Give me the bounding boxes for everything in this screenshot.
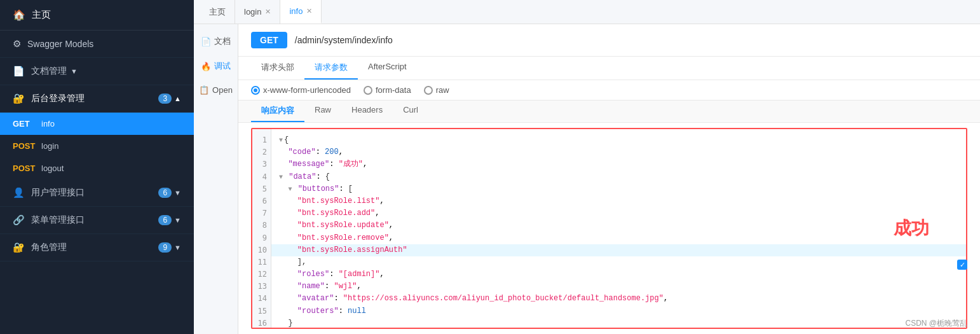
tab-info[interactable]: info ✕ [280, 0, 322, 24]
checkbox[interactable]: ✓ [957, 260, 967, 270]
sub-tab-headers[interactable]: 请求头部 [251, 57, 304, 80]
sidebar-item-swagger-models[interactable]: ⚙ Swagger Models [0, 31, 194, 58]
sidebar-item-label: 后台登录管理 [31, 93, 85, 104]
sidebar-item-label: Swagger Models [27, 39, 93, 49]
tab-home[interactable]: 主页 [200, 0, 235, 24]
inner-sidebar-docs[interactable]: 📄 文档 [194, 31, 238, 52]
method-label-post-login: POST [13, 141, 41, 151]
tab-home-label: 主页 [209, 6, 226, 18]
code-line-9: "bnt.sysRole.remove", [279, 232, 958, 244]
inner-sidebar-open-label: Open [212, 85, 233, 95]
chevron-down-icon: ▼ [71, 67, 78, 75]
footer-credit: CSDN @栀晚莺乱 [905, 318, 967, 329]
chevron-down-icon: ▼ [174, 216, 181, 224]
sidebar-header-label: 主页 [32, 9, 51, 21]
inner-sidebar: 📄 文档 🔥 调试 📋 Open [194, 24, 238, 334]
tab-login-label: login [244, 7, 261, 17]
debug-icon: 🔥 [201, 62, 211, 71]
tabs-bar: 主页 login ✕ info ✕ [194, 0, 980, 24]
path-label-info: info [41, 119, 55, 129]
menu-icon: 🔗 [13, 214, 25, 226]
radio-formdata-circle [364, 86, 372, 95]
response-tab-raw[interactable]: Raw [304, 101, 341, 122]
inner-sidebar-docs-label: 文档 [214, 36, 231, 47]
code-line-8: "bnt.sysRole.update", [279, 219, 958, 232]
sidebar-item-role-mgmt[interactable]: 🔐 角色管理 9 ▼ [0, 234, 194, 261]
open-icon: 📋 [199, 85, 209, 95]
radio-urlencoded-label: x-www-form-urlencoded [263, 85, 351, 95]
response-tab-content[interactable]: 响应内容 [251, 101, 304, 122]
sidebar-api-post-logout[interactable]: POST logout [0, 157, 194, 179]
code-line-5: ▼ "buttons": [ [279, 183, 958, 195]
request-url: /admin/system/index/info [295, 35, 393, 45]
sidebar-item-doc-mgmt[interactable]: 📄 文档管理 ▼ [0, 58, 194, 85]
sidebar-api-post-login[interactable]: POST login [0, 135, 194, 157]
tab-info-label: info [289, 6, 303, 16]
code-line-13: "name": "wjl", [279, 281, 958, 293]
radio-urlencoded-circle [251, 86, 260, 95]
docs-icon: 📄 [201, 37, 211, 46]
chevron-down-icon: ▼ [174, 244, 181, 251]
sidebar-item-label: 用户管理接口 [31, 187, 85, 198]
sub-tab-params[interactable]: 请求参数 [304, 57, 358, 80]
chevron-up-icon: ▲ [174, 95, 181, 102]
code-line-11: ], [279, 256, 958, 268]
radio-formdata[interactable]: form-data [364, 85, 411, 95]
sidebar-item-menu-mgmt[interactable]: 🔗 菜单管理接口 6 ▼ [0, 207, 194, 234]
sidebar-api-get-info[interactable]: GET info [0, 113, 194, 135]
code-line-4: ▼ "data": { [279, 171, 958, 183]
inner-sidebar-debug[interactable]: 🔥 调试 [194, 55, 238, 77]
sub-tab-afterscript[interactable]: AfterScript [358, 57, 417, 80]
gear-icon: ⚙ [13, 38, 21, 50]
code-line-10: "bnt.sysRole.assignAuth" [271, 244, 966, 256]
method-badge: GET [251, 32, 287, 48]
home-icon: 🏠 [13, 9, 25, 21]
badge-role-mgmt: 9 [158, 242, 172, 253]
sidebar-item-backend-login[interactable]: 🔐 后台登录管理 3 ▲ [0, 85, 194, 113]
response-tabs: 响应内容 Raw Headers Curl [238, 101, 980, 123]
checkbox-area[interactable]: ✓ [957, 260, 967, 270]
radio-raw-circle [424, 86, 433, 95]
sidebar-item-label: 文档管理 [31, 66, 67, 77]
code-area: 12345 678910 1112131415 1617 ▼{ "code": … [251, 128, 967, 329]
code-line-16: } [279, 317, 958, 328]
badge-backend-login: 3 [158, 94, 172, 104]
radio-formdata-label: form-data [376, 85, 411, 95]
path-label-logout: logout [41, 164, 64, 173]
response-tab-curl[interactable]: Curl [393, 101, 428, 122]
code-line-6: "bnt.sysRole.list", [279, 195, 958, 207]
sidebar-item-user-mgmt[interactable]: 👤 用户管理接口 6 ▼ [0, 179, 194, 207]
inner-sidebar-debug-label: 调试 [214, 60, 231, 72]
tab-login[interactable]: login ✕ [235, 0, 280, 24]
main-area: 主页 login ✕ info ✕ 📄 文档 🔥 调试 📋 Open [194, 0, 980, 334]
sidebar-item-label: 菜单管理接口 [31, 214, 85, 226]
path-label-login: login [41, 141, 58, 151]
code-line-3: "message": "成功", [279, 158, 958, 170]
success-text: 成功 [894, 216, 929, 240]
response-tab-headers[interactable]: Headers [341, 101, 393, 122]
method-label-post-logout: POST [13, 164, 41, 173]
code-line-15: "routers": null [279, 305, 958, 317]
line-numbers: 12345 678910 1112131415 1617 [252, 129, 271, 328]
radio-raw[interactable]: raw [424, 85, 449, 95]
tab-login-close[interactable]: ✕ [265, 8, 271, 16]
radio-group: x-www-form-urlencoded form-data raw [238, 80, 980, 101]
badge-menu-mgmt: 6 [158, 215, 172, 225]
sidebar-header[interactable]: 🏠 主页 [0, 0, 194, 31]
code-line-12: "roles": "[admin]", [279, 268, 958, 281]
code-line-7: "bnt.sysRole.add", [279, 207, 958, 219]
code-line-14: "avatar": "https://oss.aliyuncs.com/aliy… [279, 293, 958, 305]
lock-icon: 🔐 [13, 93, 25, 104]
content-area: GET /admin/system/index/info 请求头部 请求参数 A… [238, 24, 980, 334]
inner-layout: 📄 文档 🔥 调试 📋 Open GET /admin/system/index… [194, 24, 980, 334]
doc-icon: 📄 [13, 66, 25, 77]
sidebar: 🏠 主页 ⚙ Swagger Models 📄 文档管理 ▼ 🔐 后台登录管理 … [0, 0, 194, 334]
inner-sidebar-open[interactable]: 📋 Open [194, 80, 238, 100]
method-label-get: GET [13, 119, 41, 129]
tab-info-close[interactable]: ✕ [306, 7, 312, 15]
sub-tabs: 请求头部 请求参数 AfterScript [238, 57, 980, 80]
code-line-2: "code": 200, [279, 146, 958, 158]
radio-urlencoded[interactable]: x-www-form-urlencoded [251, 85, 351, 95]
sidebar-item-label: 角色管理 [31, 242, 67, 253]
badge-user-mgmt: 6 [158, 188, 172, 198]
